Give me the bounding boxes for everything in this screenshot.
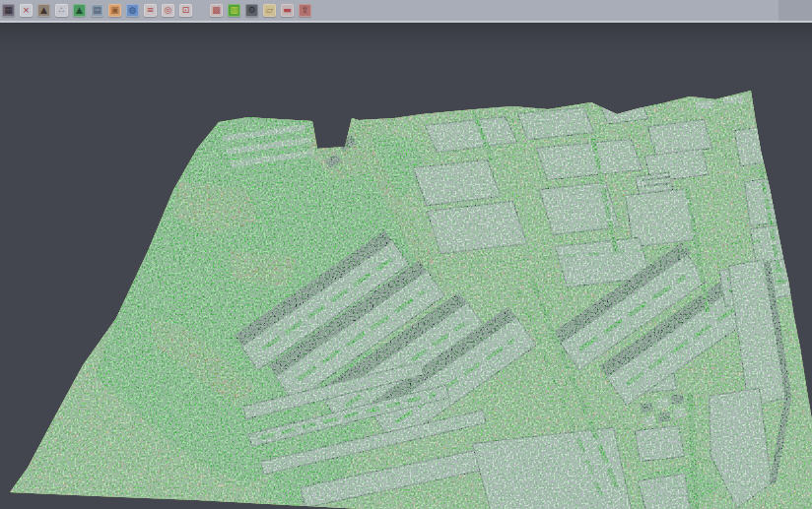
flag-icon[interactable]: ▬ [281, 4, 294, 17]
measure-icon[interactable]: ▱ [263, 4, 276, 17]
target-icon[interactable]: ◎ [162, 4, 174, 17]
viewport-3d[interactable] [0, 23, 812, 509]
application-window: ▦×▲∴▲▤▣◍≡◎⊡▩▥⚙▱▬⇧ [0, 0, 812, 509]
orthophoto-icon[interactable]: ▣ [108, 4, 121, 17]
transform-icon[interactable]: × [20, 4, 33, 17]
terrain-icon[interactable]: ▲ [37, 4, 50, 17]
point-cloud-noise [0, 23, 812, 509]
colormap-icon[interactable]: ▥ [228, 4, 240, 17]
point-cloud-icon[interactable]: ∴ [55, 4, 68, 17]
layers-icon[interactable]: ≡ [144, 4, 157, 17]
mesh-icon[interactable]: ▤ [91, 4, 103, 17]
texture-icon[interactable]: ▩ [210, 4, 223, 17]
toolbar-icons: ▦×▲∴▲▤▣◍≡◎⊡▩▥⚙▱▬⇧ [0, 4, 311, 17]
export-icon[interactable]: ⇧ [299, 4, 311, 17]
settings-icon[interactable]: ⚙ [245, 4, 258, 17]
globe-icon[interactable]: ◍ [126, 4, 139, 17]
terrain-model [0, 23, 812, 509]
surface-icon[interactable]: ▲ [73, 4, 86, 17]
selection-icon[interactable]: ▦ [2, 4, 15, 17]
toolbar-right-edge [778, 0, 812, 21]
scene-render [0, 23, 812, 509]
zoom-extents-icon[interactable]: ⊡ [179, 4, 192, 17]
toolbar-separator [197, 4, 205, 17]
toolbar: ▦×▲∴▲▤▣◍≡◎⊡▩▥⚙▱▬⇧ [0, 0, 812, 23]
